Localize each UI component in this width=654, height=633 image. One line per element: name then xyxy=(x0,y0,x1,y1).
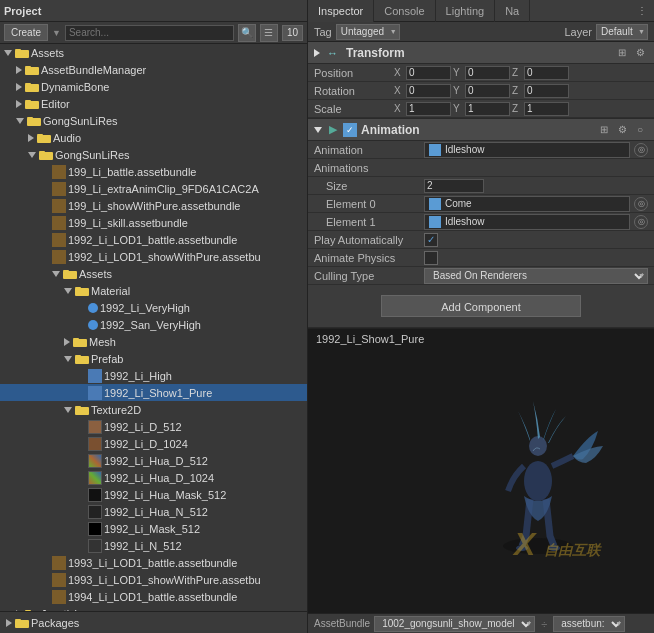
tab-lighting[interactable]: Lighting xyxy=(436,0,496,22)
search-input[interactable] xyxy=(65,25,234,41)
tree-item-1993-lod1-battle[interactable]: 1993_Li_LOD1_battle.assetbundle xyxy=(0,554,307,571)
tree-item-1992-hua-d-512[interactable]: 1992_Li_Hua_D_512 xyxy=(0,452,307,469)
tree-label: 1992_Li_D_1024 xyxy=(104,438,188,450)
tree-item-199-skill[interactable]: 199_Li_skill.assetbundle xyxy=(0,214,307,231)
scale-z-input[interactable] xyxy=(524,102,569,116)
tree-item-1992-hua-mask-512[interactable]: 1992_Li_Hua_Mask_512 xyxy=(0,486,307,503)
tree-item-gongsunlires-child[interactable]: GongSunLiRes xyxy=(0,146,307,163)
tree-item-1992-lod1-battle[interactable]: 1992_Li_LOD1_battle.assetbundle xyxy=(0,231,307,248)
tree-item-1992-veryhigh[interactable]: 1992_Li_VeryHigh xyxy=(0,299,307,316)
tab-inspector[interactable]: Inspector xyxy=(308,0,374,22)
tag-layer-row: Tag Untagged Layer Default xyxy=(308,22,654,42)
assetbundle-select-wrapper: 1002_gongsunli_show_model xyxy=(374,616,535,632)
transform-icon-btn-1[interactable]: ⊞ xyxy=(614,45,630,61)
tree-item-199-extra[interactable]: 199_Li_extraAnimClip_9FD6A1CAC2A xyxy=(0,180,307,197)
tree-item-1994-lod1-battle[interactable]: 1994_Li_LOD1_battle.assetbundle xyxy=(0,588,307,605)
rot-y-input[interactable] xyxy=(465,84,510,98)
tree-item-1993-lod1-show[interactable]: 1993_Li_LOD1_showWithPure.assetbu xyxy=(0,571,307,588)
project-toolbar: Create ▼ 🔍 ☰ 10 xyxy=(0,22,307,44)
animation-pick-btn[interactable]: ◎ xyxy=(634,143,648,157)
anim-icon-btn-1[interactable]: ⊞ xyxy=(596,122,612,138)
rot-z-input[interactable] xyxy=(524,84,569,98)
tree-item-1992-show1-pure[interactable]: 1992_Li_Show1_Pure xyxy=(0,384,307,401)
packages-section[interactable]: Packages xyxy=(0,611,307,633)
pos-x-input[interactable] xyxy=(406,66,451,80)
tab-inspector-label: Inspector xyxy=(318,5,363,17)
element1-label: Element 1 xyxy=(314,216,424,228)
tag-select[interactable]: Untagged xyxy=(336,24,400,40)
element0-pick-btn[interactable]: ◎ xyxy=(634,197,648,211)
panel-options-btn[interactable]: ⋮ xyxy=(634,3,650,19)
tree-item-1992-d-512[interactable]: 1992_Li_D_512 xyxy=(0,418,307,435)
tab-console[interactable]: Console xyxy=(374,0,435,22)
layer-select[interactable]: Default xyxy=(596,24,648,40)
tree-item-material[interactable]: Material xyxy=(0,282,307,299)
transform-icon-btn-2[interactable]: ⚙ xyxy=(632,45,648,61)
tree-item-assets-sub[interactable]: Assets xyxy=(0,265,307,282)
variant-select-wrapper: assetbun: xyxy=(553,616,625,632)
element1-pick-btn[interactable]: ◎ xyxy=(634,215,648,229)
animation-clip-field: Idleshow xyxy=(424,142,630,158)
add-component-button[interactable]: Add Component xyxy=(381,295,581,317)
animation-checkbox[interactable]: ✓ xyxy=(343,123,357,137)
animate-physics-value xyxy=(424,251,648,265)
tree-item-1992-li-high[interactable]: 1992_Li_High xyxy=(0,367,307,384)
inspector-tabs: Inspector Console Lighting Na ⋮ xyxy=(308,0,654,22)
tree-item-1992-hua-n-512[interactable]: 1992_Li_Hua_N_512 xyxy=(0,503,307,520)
filter-icon[interactable]: ☰ xyxy=(260,24,278,42)
tree-item-1992-lod1-show[interactable]: 1992_Li_LOD1_showWithPure.assetbu xyxy=(0,248,307,265)
svg-rect-31 xyxy=(15,620,29,628)
animation-icons: ⊞ ⚙ ○ xyxy=(596,122,648,138)
tree-item-199-battle[interactable]: 199_Li_battle.assetbundle xyxy=(0,163,307,180)
transform-title: Transform xyxy=(346,46,610,60)
animation-value-row: Animation Idleshow ◎ xyxy=(308,141,654,159)
animate-physics-row: Animate Physics xyxy=(308,249,654,267)
tree-item-1992-hua-d-1024[interactable]: 1992_Li_Hua_D_1024 xyxy=(0,469,307,486)
tree-item-1992-n-512[interactable]: 1992_Li_N_512 xyxy=(0,537,307,554)
tree-item-editor[interactable]: Editor xyxy=(0,95,307,112)
tree-item-texture2d[interactable]: Texture2D xyxy=(0,401,307,418)
tree-item-prefab[interactable]: Prefab xyxy=(0,350,307,367)
tree-label: 1994_Li_LOD1_battle.assetbundle xyxy=(68,591,237,603)
scale-x-input[interactable] xyxy=(406,102,451,116)
tree-label: 1992_Li_Show1_Pure xyxy=(104,387,212,399)
add-component-area: Add Component xyxy=(308,285,654,328)
variant-select[interactable]: assetbun: xyxy=(553,616,625,632)
tree-item-1992-d-1024[interactable]: 1992_Li_D_1024 xyxy=(0,435,307,452)
rot-x-input[interactable] xyxy=(406,84,451,98)
tree-label: Material xyxy=(91,285,130,297)
anim-icon-btn-2[interactable]: ⚙ xyxy=(614,122,630,138)
tree-item-dynamicbone[interactable]: DynamicBone xyxy=(0,78,307,95)
search-icon[interactable]: 🔍 xyxy=(238,24,256,42)
play-auto-checkbox[interactable]: ✓ xyxy=(424,233,438,247)
tree-label: 1992_Li_VeryHigh xyxy=(100,302,190,314)
scale-x-label: X xyxy=(394,103,404,114)
tree-item-assetbundlemanager[interactable]: AssetBundleManager xyxy=(0,61,307,78)
tree-item-mesh[interactable]: Mesh xyxy=(0,333,307,350)
culling-select-wrapper: Based On Renderers xyxy=(424,268,648,284)
tree-label: Audio xyxy=(53,132,81,144)
project-panel-header: Project xyxy=(0,0,307,22)
pos-y-input[interactable] xyxy=(465,66,510,80)
animate-physics-checkbox[interactable] xyxy=(424,251,438,265)
tree-label: 1992_Li_Hua_D_512 xyxy=(104,455,208,467)
project-title: Project xyxy=(4,5,41,17)
create-button[interactable]: Create xyxy=(4,24,48,41)
pos-z-input[interactable] xyxy=(524,66,569,80)
svg-rect-5 xyxy=(25,84,39,92)
culling-select[interactable]: Based On Renderers xyxy=(424,268,648,284)
size-input[interactable] xyxy=(424,179,484,193)
tab-na[interactable]: Na xyxy=(495,0,530,22)
svg-rect-11 xyxy=(37,135,51,143)
tree-label: 199_Li_showWithPure.assetbundle xyxy=(68,200,240,212)
assetbundle-select[interactable]: 1002_gongsunli_show_model xyxy=(374,616,535,632)
anim-icon-btn-3[interactable]: ○ xyxy=(632,122,648,138)
tree-item-199-show[interactable]: 199_Li_showWithPure.assetbundle xyxy=(0,197,307,214)
tree-item-1992-san-veryhigh[interactable]: 1992_San_VeryHigh xyxy=(0,316,307,333)
tree-item-assets-root[interactable]: Assets xyxy=(0,44,307,61)
tree-item-audio[interactable]: Audio xyxy=(0,129,307,146)
scale-y-input[interactable] xyxy=(465,102,510,116)
tree-item-gongsunlires-parent[interactable]: GongSunLiRes xyxy=(0,112,307,129)
play-auto-row: Play Automatically ✓ xyxy=(308,231,654,249)
tree-item-1992-mask-512[interactable]: 1992_Li_Mask_512 xyxy=(0,520,307,537)
